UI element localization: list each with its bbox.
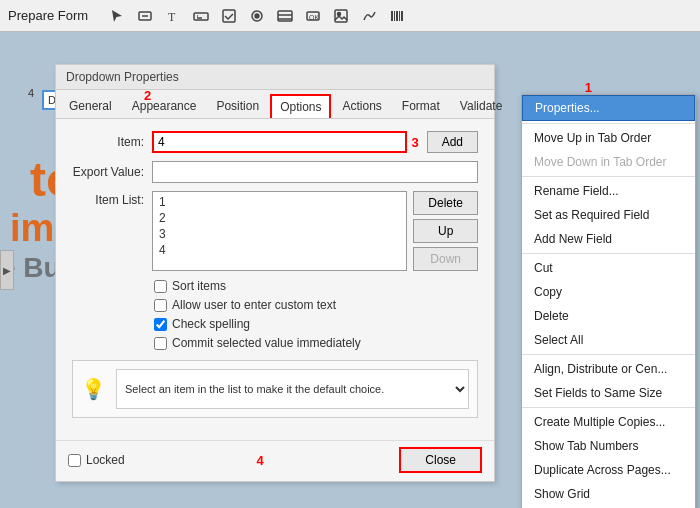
commit-value-checkbox[interactable]: [154, 337, 167, 350]
export-value-row: Export Value:: [72, 161, 478, 183]
locked-checkbox[interactable]: [68, 454, 81, 467]
text-tool-icon[interactable]: T: [162, 5, 184, 27]
check-spelling-label: Check spelling: [172, 317, 250, 331]
add-button[interactable]: Add: [427, 131, 478, 153]
check-spelling-row: Check spelling: [72, 317, 478, 331]
radio-icon[interactable]: [246, 5, 268, 27]
hint-box: 💡 Select an item in the list to make it …: [72, 360, 478, 418]
export-value-input[interactable]: [152, 161, 478, 183]
tab-options[interactable]: Options: [270, 94, 331, 118]
sort-items-checkbox[interactable]: [154, 280, 167, 293]
image-icon[interactable]: [330, 5, 352, 27]
commit-value-row: Commit selected value immediately: [72, 336, 478, 350]
context-menu-show-grid[interactable]: Show Grid: [522, 482, 695, 506]
hint-select[interactable]: Select an item in the list to make it th…: [116, 369, 469, 409]
context-menu-select-all[interactable]: Select All: [522, 328, 695, 352]
field-number: 4: [28, 87, 34, 99]
export-label: Export Value:: [72, 165, 152, 179]
delete-button[interactable]: Delete: [413, 191, 478, 215]
context-menu-delete[interactable]: Delete: [522, 304, 695, 328]
context-menu-duplicate[interactable]: Duplicate Across Pages...: [522, 458, 695, 482]
svg-rect-13: [396, 11, 398, 21]
tab-actions[interactable]: Actions: [333, 94, 390, 118]
tab-position[interactable]: Position: [207, 94, 268, 118]
signature-icon[interactable]: [358, 5, 380, 27]
annotation-4: 4: [256, 453, 263, 468]
context-menu-create-multiple[interactable]: Create Multiple Copies...: [522, 410, 695, 434]
context-menu-set-size[interactable]: Set Fields to Same Size: [522, 381, 695, 405]
separator-4: [522, 354, 695, 355]
textfield-icon[interactable]: [190, 5, 212, 27]
locked-row: Locked: [68, 453, 125, 467]
toolbar-title: Prepare Form: [8, 8, 88, 23]
context-menu: Properties... Move Up in Tab Order Move …: [521, 94, 696, 508]
tab-general[interactable]: General: [60, 94, 121, 118]
context-menu-cut[interactable]: Cut: [522, 256, 695, 280]
commit-value-label: Commit selected value immediately: [172, 336, 361, 350]
item-input[interactable]: [152, 131, 407, 153]
list-item[interactable]: 1: [155, 194, 404, 210]
locked-label: Locked: [86, 453, 125, 467]
item-list-box[interactable]: 1 2 3 4: [152, 191, 407, 271]
svg-text:OK: OK: [309, 14, 319, 21]
item-label: Item:: [72, 135, 152, 149]
annotation-2: 2: [144, 88, 151, 103]
item-list-row: Item List: 1 2 3 4 Delete Up Down: [72, 191, 478, 271]
separator-1: [522, 123, 695, 124]
context-menu-copy[interactable]: Copy: [522, 280, 695, 304]
context-menu-properties[interactable]: Properties...: [522, 95, 695, 121]
svg-rect-2: [194, 13, 208, 20]
listbox-icon[interactable]: [274, 5, 296, 27]
cursor-icon[interactable]: [106, 5, 128, 27]
svg-rect-9: [335, 10, 347, 22]
close-button[interactable]: Close: [399, 447, 482, 473]
svg-rect-11: [391, 11, 393, 21]
panel-bottom: Locked 4 Close: [56, 440, 494, 481]
toolbar: Prepare Form T OK: [0, 0, 700, 32]
svg-rect-14: [399, 11, 400, 21]
panel-title: Dropdown Properties: [56, 65, 494, 90]
left-tab[interactable]: ▶: [0, 250, 14, 290]
annotation-1: 1: [585, 80, 592, 95]
context-menu-move-down: Move Down in Tab Order: [522, 150, 695, 174]
list-item[interactable]: 3: [155, 226, 404, 242]
context-menu-show-tab[interactable]: Show Tab Numbers: [522, 434, 695, 458]
down-button: Down: [413, 247, 478, 271]
list-item[interactable]: 2: [155, 210, 404, 226]
list-item[interactable]: 4: [155, 242, 404, 258]
annotation-3: 3: [411, 135, 418, 150]
context-menu-align[interactable]: Align, Distribute or Cen...: [522, 357, 695, 381]
sort-items-row: Sort items: [72, 279, 478, 293]
toolbar-icons: T OK: [106, 5, 408, 27]
check-spelling-checkbox[interactable]: [154, 318, 167, 331]
bulb-icon: 💡: [81, 377, 106, 401]
panel-body: Item: 3 Add Export Value: Item List: 1 2…: [56, 119, 494, 440]
item-list-label: Item List:: [72, 191, 152, 207]
main-content: to imiza e Busine 4 Dropdown 1 ▶ Snow Gr…: [0, 32, 700, 508]
svg-rect-3: [223, 10, 235, 22]
context-menu-add-field[interactable]: Add New Field: [522, 227, 695, 251]
checkbox-icon[interactable]: [218, 5, 240, 27]
sort-items-label: Sort items: [172, 279, 226, 293]
context-menu-move-up[interactable]: Move Up in Tab Order: [522, 126, 695, 150]
form-tool-icon[interactable]: [134, 5, 156, 27]
tab-appearance[interactable]: Appearance: [123, 94, 206, 118]
allow-custom-checkbox[interactable]: [154, 299, 167, 312]
context-menu-rename[interactable]: Rename Field...: [522, 179, 695, 203]
barcode-icon[interactable]: [386, 5, 408, 27]
svg-rect-15: [401, 11, 403, 21]
allow-custom-row: Allow user to enter custom text: [72, 298, 478, 312]
context-menu-required[interactable]: Set as Required Field: [522, 203, 695, 227]
separator-3: [522, 253, 695, 254]
allow-custom-label: Allow user to enter custom text: [172, 298, 336, 312]
svg-rect-12: [394, 11, 395, 21]
tab-format[interactable]: Format: [393, 94, 449, 118]
tab-validate[interactable]: Validate: [451, 94, 511, 118]
separator-2: [522, 176, 695, 177]
properties-panel: Dropdown Properties 2 General Appearance…: [55, 64, 495, 482]
panel-tabs: General Appearance Position Options Acti…: [56, 90, 494, 119]
ok-icon[interactable]: OK: [302, 5, 324, 27]
item-list-buttons: Delete Up Down: [413, 191, 478, 271]
separator-5: [522, 407, 695, 408]
up-button[interactable]: Up: [413, 219, 478, 243]
